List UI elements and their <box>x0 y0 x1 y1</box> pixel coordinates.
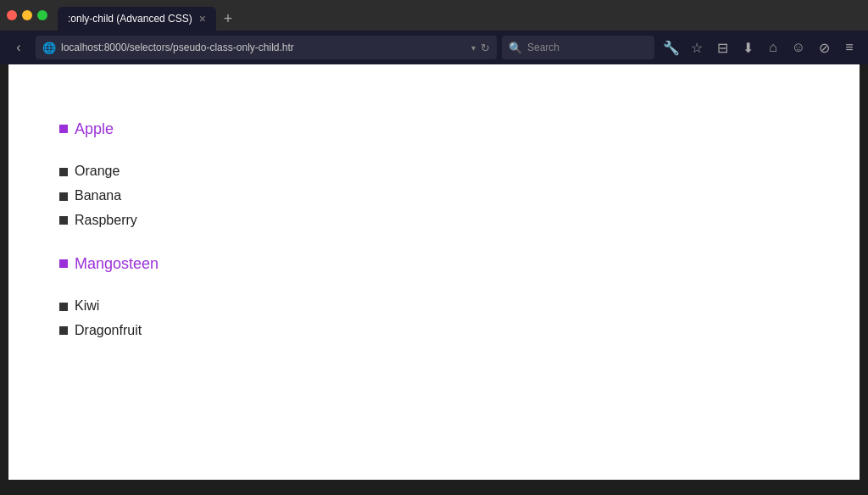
bullet-icon <box>59 259 68 268</box>
fruit-list-3: Mangosteen <box>59 250 809 277</box>
title-bar: :only-child (Advanced CSS) × + <box>0 0 868 31</box>
item-label: Dragonfruit <box>75 319 142 343</box>
list-item: Kiwi <box>59 294 809 319</box>
back-icon: ‹ <box>16 40 20 55</box>
tab-label: :only-child (Advanced CSS) <box>68 13 192 25</box>
minimize-button[interactable] <box>22 10 32 20</box>
item-label: Kiwi <box>75 294 99 319</box>
bullet-icon <box>59 303 68 311</box>
list-item: Apple <box>59 115 809 142</box>
list-item: Dragonfruit <box>59 319 809 343</box>
dropdown-icon[interactable]: ▾ <box>471 43 476 53</box>
download-icon[interactable]: ⬇ <box>736 36 760 59</box>
url-bar[interactable]: 🌐 localhost:8000/selectors/pseudo-class-… <box>36 36 497 59</box>
maximize-button[interactable] <box>37 10 47 20</box>
active-tab[interactable]: :only-child (Advanced CSS) × <box>58 7 216 31</box>
reader-icon[interactable]: ⊟ <box>710 36 734 59</box>
search-icon: 🔍 <box>509 42 522 54</box>
fruit-list-2: Orange Banana Raspberry <box>59 159 809 232</box>
fruit-group-4: Kiwi Dragonfruit <box>59 294 809 343</box>
fruit-group-2: Orange Banana Raspberry <box>59 159 809 232</box>
traffic-lights <box>7 10 47 20</box>
refresh-icon[interactable]: ↻ <box>481 42 490 54</box>
fruit-group-1: Apple <box>59 115 809 142</box>
menu-icon[interactable]: ≡ <box>837 36 861 59</box>
toolbar-icons: 🔧 ☆ ⊟ ⬇ ⌂ ☺ ⊘ ≡ <box>659 36 861 59</box>
emoji-icon[interactable]: ☺ <box>787 36 810 59</box>
bullet-icon <box>59 192 68 201</box>
list-item: Mangosteen <box>59 250 809 277</box>
tab-close-icon[interactable]: × <box>199 12 206 25</box>
item-label: Apple <box>75 115 114 142</box>
tab-area: :only-child (Advanced CSS) × + <box>58 0 861 31</box>
fruit-list-4: Kiwi Dragonfruit <box>59 294 809 343</box>
list-item: Banana <box>59 184 809 209</box>
back-button[interactable]: ‹ <box>7 36 31 59</box>
search-bar[interactable]: 🔍 Search <box>502 36 654 59</box>
tools-icon[interactable]: 🔧 <box>659 36 683 59</box>
item-label: Orange <box>75 159 120 184</box>
bullet-icon <box>59 168 68 176</box>
item-label: Raspberry <box>75 209 137 233</box>
close-button[interactable] <box>7 10 17 20</box>
search-placeholder: Search <box>527 42 559 53</box>
bullet-icon <box>59 216 68 225</box>
bookmark-icon[interactable]: ☆ <box>685 36 709 59</box>
bullet-icon <box>59 125 68 133</box>
home-icon[interactable]: ⌂ <box>761 36 785 59</box>
page-content: Apple Orange Banana Raspberry Mangos <box>8 64 860 480</box>
nav-bar: ‹ 🌐 localhost:8000/selectors/pseudo-clas… <box>0 31 868 64</box>
list-item: Raspberry <box>59 209 809 233</box>
blocked-icon[interactable]: ⊘ <box>812 36 836 59</box>
bullet-icon <box>59 326 68 335</box>
fruit-list-1: Apple <box>59 115 809 142</box>
globe-icon: 🌐 <box>42 42 56 54</box>
list-item: Orange <box>59 159 809 184</box>
item-label: Mangosteen <box>75 250 159 277</box>
url-text: localhost:8000/selectors/pseudo-class-on… <box>61 42 466 53</box>
fruit-group-3: Mangosteen <box>59 250 809 277</box>
item-label: Banana <box>75 184 121 209</box>
new-tab-button[interactable]: + <box>216 7 240 31</box>
